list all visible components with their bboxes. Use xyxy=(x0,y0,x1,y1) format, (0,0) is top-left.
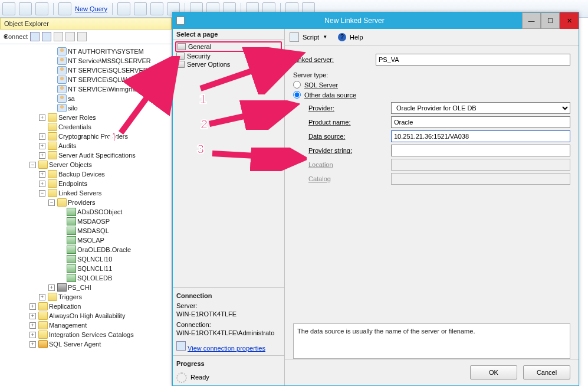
toolbar-button[interactable] xyxy=(19,2,32,15)
dialog-title: New Linked Server xyxy=(187,17,522,25)
linked-server-input[interactable] xyxy=(376,54,570,66)
new-query-icon[interactable] xyxy=(58,2,71,15)
maximize-button[interactable]: ☐ xyxy=(541,12,560,29)
provider-select[interactable]: Oracle Provider for OLE DB xyxy=(391,102,570,114)
expand-toggle[interactable]: + xyxy=(48,284,55,291)
toolbar-icon[interactable] xyxy=(65,32,75,41)
dialog-titlebar[interactable]: New Linked Server — ☐ ✕ xyxy=(173,12,579,29)
object-explorer-tree[interactable]: NT AUTHORITY\SYSTEM NT Service\MSSQLSERV… xyxy=(0,44,172,382)
tree-item[interactable]: Audits xyxy=(58,142,77,149)
tree-item[interactable]: Management xyxy=(49,322,87,329)
tree-item[interactable]: NT Service\MSSQLSERVER xyxy=(68,57,151,64)
tree-item[interactable]: Triggers xyxy=(58,293,82,300)
page-icon xyxy=(178,43,186,50)
toolbar-button[interactable] xyxy=(134,2,147,15)
chevron-down-icon[interactable]: ▼ xyxy=(323,34,327,40)
connection-header: Connection xyxy=(176,290,281,301)
ok-button[interactable]: OK xyxy=(470,365,517,380)
expand-toggle[interactable]: + xyxy=(39,294,45,300)
new-query-button[interactable]: New Query xyxy=(75,5,107,12)
expand-toggle[interactable]: + xyxy=(29,303,36,310)
expand-toggle[interactable]: − xyxy=(29,162,36,168)
close-button[interactable]: ✕ xyxy=(560,12,579,29)
expand-toggle[interactable]: + xyxy=(29,341,36,348)
expand-toggle[interactable]: + xyxy=(39,171,45,178)
tree-item[interactable]: Endpoints xyxy=(58,180,87,187)
tree-item[interactable]: NT AUTHORITY\SYSTEM xyxy=(68,48,144,55)
tree-item[interactable]: OraOLEDB.Oracle xyxy=(77,246,131,253)
tree-item[interactable]: Replication xyxy=(49,303,81,310)
agent-icon xyxy=(38,340,48,348)
tree-item[interactable]: Credentials xyxy=(58,123,91,130)
expand-toggle[interactable]: + xyxy=(29,332,36,338)
expand-toggle[interactable]: + xyxy=(29,322,36,329)
help-icon: ? xyxy=(338,33,346,41)
toolbar-icon[interactable] xyxy=(54,32,63,41)
expand-toggle[interactable]: − xyxy=(48,199,55,206)
connect-button[interactable]: Connect xyxy=(4,33,28,40)
tree-item[interactable]: MSDAOSP xyxy=(77,218,110,225)
tree-item[interactable]: Providers xyxy=(68,199,95,206)
toolbar-button[interactable] xyxy=(117,2,130,15)
object-explorer-panel: Object Explorer Connect ▼ NT AUTHORITY\S… xyxy=(0,18,172,386)
page-security[interactable]: Security xyxy=(175,52,282,60)
tree-item[interactable]: Linked Servers xyxy=(58,189,101,197)
tree-item[interactable]: sa xyxy=(68,95,75,102)
sql-server-radio[interactable] xyxy=(293,81,301,89)
tree-item[interactable]: Server Roles xyxy=(58,114,96,121)
toolbar-icon[interactable] xyxy=(42,32,51,41)
expand-toggle[interactable]: + xyxy=(39,181,45,187)
provider-string-input[interactable] xyxy=(391,145,570,156)
toolbar-icon[interactable] xyxy=(30,32,40,41)
tree-item[interactable]: SQLNCLI11 xyxy=(77,265,112,272)
product-name-input[interactable] xyxy=(391,116,570,128)
tree-item[interactable]: Backup Devices xyxy=(58,171,105,178)
expand-toggle[interactable]: − xyxy=(39,190,45,197)
folder-icon xyxy=(48,179,57,188)
tree-item[interactable]: Server Audit Specifications xyxy=(58,152,136,159)
expand-toggle[interactable]: + xyxy=(29,313,36,319)
page-icon xyxy=(176,53,185,60)
tree-item[interactable]: MSOLAP xyxy=(77,237,104,244)
progress-header: Progress xyxy=(176,358,281,369)
tree-item[interactable]: silo xyxy=(68,104,78,112)
help-button[interactable]: Help xyxy=(350,34,363,41)
expand-toggle[interactable]: + xyxy=(39,143,45,149)
page-server-options[interactable]: Server Options xyxy=(175,60,282,68)
script-button[interactable]: Script xyxy=(303,34,319,41)
tree-item[interactable]: SQL Server Agent xyxy=(49,341,101,348)
toolbar-icon[interactable] xyxy=(77,32,87,41)
linked-server-label: Linked server: xyxy=(293,56,376,63)
tree-item[interactable]: SQLOLEDB xyxy=(77,274,112,282)
expand-toggle[interactable]: + xyxy=(39,152,45,159)
other-data-source-radio[interactable] xyxy=(293,91,301,99)
tree-item[interactable]: NT SERVICE\Winmgmt xyxy=(68,86,136,93)
tree-item[interactable]: Server Objects xyxy=(49,161,92,168)
tree-item[interactable]: SQLNCLI10 xyxy=(77,256,112,263)
toolbar-button[interactable] xyxy=(2,2,15,15)
tree-item[interactable]: PS_CHI xyxy=(68,284,91,291)
tree-item[interactable]: Integration Services Catalogs xyxy=(49,331,134,338)
data-source-input[interactable] xyxy=(391,130,570,142)
cancel-button[interactable]: Cancel xyxy=(523,365,570,380)
page-general[interactable]: General xyxy=(175,41,282,52)
folder-icon xyxy=(38,312,48,320)
connection-props-icon xyxy=(176,341,186,351)
tree-item[interactable]: NT SERVICE\SQLWriter xyxy=(68,76,138,83)
toolbar-button[interactable] xyxy=(150,2,163,15)
tree-item[interactable]: Cryptographic Providers xyxy=(58,133,128,140)
dialog-icon xyxy=(176,17,185,25)
toolbar-button[interactable] xyxy=(35,2,48,15)
provider-icon xyxy=(67,217,76,225)
minimize-button[interactable]: — xyxy=(522,12,541,29)
login-icon xyxy=(57,66,67,74)
tree-item[interactable]: AlwaysOn High Availability xyxy=(49,312,125,319)
tree-item[interactable]: ADsDSOObject xyxy=(77,208,122,215)
tree-item[interactable]: NT SERVICE\SQLSERVERAGEN xyxy=(68,67,166,74)
page-label: Security xyxy=(187,53,211,60)
tree-item[interactable]: MSDASQL xyxy=(77,227,109,234)
login-icon xyxy=(57,76,67,84)
expand-toggle[interactable]: + xyxy=(39,133,45,140)
expand-toggle[interactable]: + xyxy=(39,115,45,121)
view-connection-properties-link[interactable]: View connection properties xyxy=(188,345,265,352)
